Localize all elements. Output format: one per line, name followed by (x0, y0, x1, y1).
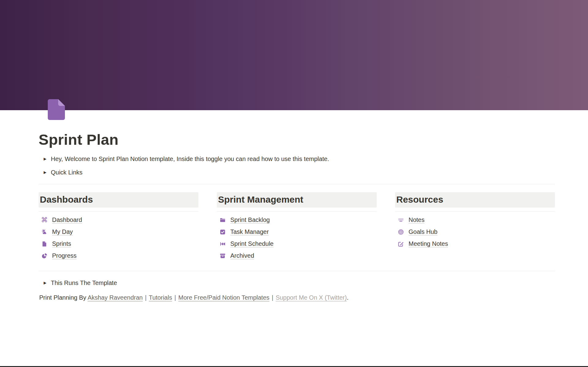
toggle-welcome-label: Hey, Welcome to Sprint Plan Notion templ… (51, 154, 329, 163)
link-label[interactable]: Archived (230, 252, 254, 259)
toggle-runs-template[interactable]: ▶ This Runs The Template (39, 276, 555, 290)
link-label[interactable]: My Day (52, 228, 73, 235)
pie-chart-icon (41, 253, 48, 259)
link-task-manager[interactable]: Task Manager (217, 226, 377, 238)
link-sprint-schedule[interactable]: Sprint Schedule (217, 238, 377, 250)
divider (217, 211, 377, 212)
divider (395, 211, 555, 212)
divider (39, 271, 555, 271)
column-heading-sprint-management: Sprint Management (217, 192, 377, 208)
link-label[interactable]: Task Manager (230, 228, 269, 235)
footer-link-more-templates[interactable]: More Free/Paid Notion Templates (178, 294, 270, 301)
link-progress[interactable]: Progress (39, 250, 198, 262)
archive-icon (219, 253, 226, 259)
column-dashboards: Dashboards ⌘ Dashboard (39, 192, 198, 262)
footer-prefix: Print Planning By (39, 294, 86, 301)
link-sprint-backlog[interactable]: Sprint Backlog (217, 214, 377, 226)
toggle-welcome[interactable]: ▶ Hey, Welcome to Sprint Plan Notion tem… (39, 152, 555, 166)
page-content: Sprint Plan ▶ Hey, Welcome to Sprint Pla… (0, 97, 588, 305)
link-archived[interactable]: Archived (217, 250, 377, 262)
keyboard-icon (398, 217, 404, 223)
link-sprints[interactable]: Sprints (39, 238, 198, 250)
columns-section: Dashboards ⌘ Dashboard (39, 192, 555, 262)
page-cover (0, 0, 588, 110)
page-title: Sprint Plan (39, 130, 555, 149)
link-dashboard[interactable]: ⌘ Dashboard (39, 214, 198, 226)
link-label[interactable]: Meeting Notes (409, 240, 448, 247)
link-label[interactable]: Goals Hub (409, 228, 438, 235)
sun-cloud-icon (41, 229, 48, 235)
link-label[interactable]: Notes (409, 216, 424, 223)
link-label[interactable]: Sprints (52, 240, 71, 247)
toggle-quick-links-label: Quick Links (51, 168, 82, 177)
rewind-icon (219, 241, 226, 247)
link-label[interactable]: Progress (52, 252, 77, 259)
link-my-day[interactable]: My Day (39, 226, 198, 238)
footer-link-support[interactable]: Support Me On X (Twitter) (276, 294, 347, 301)
toggle-quick-links[interactable]: ▶ Quick Links (39, 166, 555, 179)
footer-credits: Print Planning By Akshay Raveendran | Tu… (39, 290, 555, 305)
footer-separator: | (145, 294, 147, 301)
folder-icon (219, 217, 226, 223)
divider (39, 184, 555, 184)
checkbox-icon (219, 229, 226, 235)
link-notes[interactable]: Notes (395, 214, 555, 226)
divider (39, 211, 198, 212)
link-label[interactable]: Sprint Backlog (230, 216, 270, 223)
footer-link-tutorials[interactable]: Tutorials (149, 294, 172, 301)
footer-separator: | (174, 294, 176, 301)
link-label[interactable]: Dashboard (52, 216, 82, 223)
column-resources: Resources Notes (395, 192, 555, 262)
document-page-icon (45, 97, 69, 121)
target-icon (398, 229, 404, 235)
document-icon (41, 241, 48, 247)
footer-link-author[interactable]: Akshay Raveendran (88, 294, 143, 301)
toggle-runs-template-label: This Runs The Template (51, 278, 117, 287)
link-goals-hub[interactable]: Goals Hub (395, 226, 555, 238)
link-label[interactable]: Sprint Schedule (230, 240, 273, 247)
toggle-triangle-icon[interactable]: ▶ (41, 170, 49, 175)
column-heading-dashboards: Dashboards (39, 192, 198, 208)
toggle-triangle-icon[interactable]: ▶ (41, 156, 49, 162)
toggle-triangle-icon[interactable]: ▶ (41, 280, 49, 286)
column-heading-resources: Resources (395, 192, 555, 208)
page-icon[interactable] (45, 97, 69, 121)
footer-period: . (347, 294, 349, 301)
command-glyph: ⌘ (41, 217, 48, 223)
edit-note-icon (398, 241, 404, 247)
footer-separator: | (272, 294, 273, 301)
column-sprint-management: Sprint Management Sprint Backlog (217, 192, 377, 262)
command-icon: ⌘ (41, 217, 48, 223)
link-meeting-notes[interactable]: Meeting Notes (395, 238, 555, 250)
